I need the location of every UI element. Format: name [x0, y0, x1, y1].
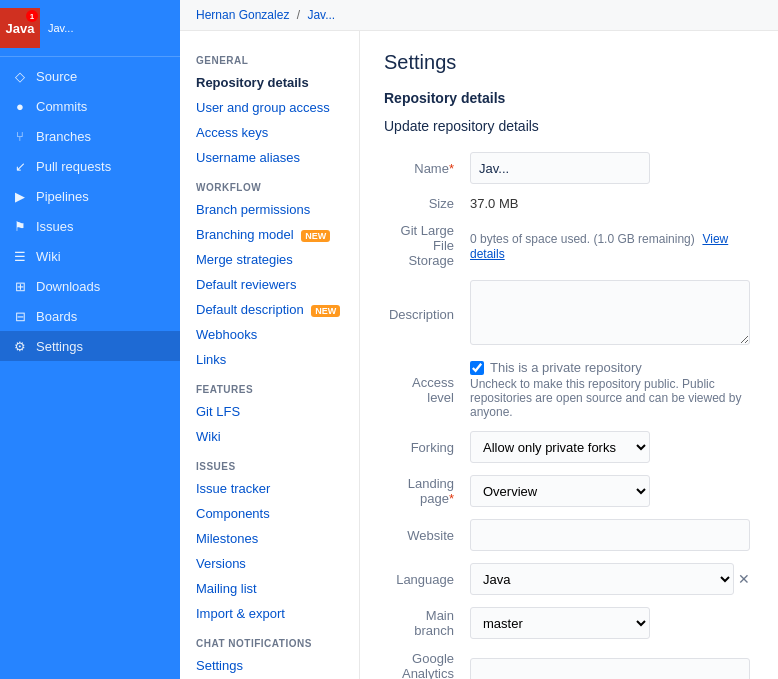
settings-icon: ⚙: [12, 338, 28, 354]
landing-select[interactable]: Overview Source Commits Branches: [470, 475, 650, 507]
section-repo-details-title: Repository details: [384, 90, 754, 106]
analytics-input[interactable]: [470, 658, 750, 680]
sidebar-item-branches[interactable]: ⑂ Branches: [0, 121, 180, 151]
website-label: Website: [407, 528, 454, 543]
branches-icon: ⑂: [12, 128, 28, 144]
nav-chat-settings[interactable]: Settings: [180, 653, 359, 678]
sidebar-item-commits[interactable]: ● Commits: [0, 91, 180, 121]
lfs-row: Git Large File Storage 0 bytes of space …: [384, 217, 754, 274]
size-row: Size 37.0 MB: [384, 190, 754, 217]
access-label: Access level: [412, 375, 454, 405]
nav-links[interactable]: Links: [180, 347, 359, 372]
repo-details-form: Name* Size 37.0 MB Git Large File Storag…: [384, 146, 754, 679]
name-required: *: [449, 161, 454, 176]
sidebar: Java 1 Jav... ◇ Source ● Commits ⑂ Branc…: [0, 0, 180, 679]
sidebar-item-settings[interactable]: ⚙ Settings: [0, 331, 180, 361]
sidebar-item-issues[interactable]: ⚑ Issues: [0, 211, 180, 241]
nav-default-reviewers[interactable]: Default reviewers: [180, 272, 359, 297]
nav-branching-model[interactable]: Branching model NEW: [180, 222, 359, 247]
size-value: 37.0 MB: [470, 196, 518, 211]
sidebar-item-wiki[interactable]: ☰ Wiki: [0, 241, 180, 271]
issues-section-header: ISSUES: [180, 449, 359, 476]
website-row: Website: [384, 513, 754, 557]
downloads-icon: ⊞: [12, 278, 28, 294]
sidebar-item-pipelines[interactable]: ▶ Pipelines: [0, 181, 180, 211]
sidebar-repo-name: Jav...: [40, 22, 81, 34]
analytics-row: Google Analytics key: [384, 645, 754, 679]
nav-repository-details[interactable]: Repository details: [180, 70, 359, 95]
name-input[interactable]: [470, 152, 650, 184]
general-section-header: GENERAL: [180, 43, 359, 70]
forking-select[interactable]: Allow only private forks Allow public fo…: [470, 431, 650, 463]
content-area: GENERAL Repository details User and grou…: [180, 31, 778, 679]
sidebar-item-source[interactable]: ◇ Source: [0, 61, 180, 91]
nav-default-description[interactable]: Default description NEW: [180, 297, 359, 322]
forking-row: Forking Allow only private forks Allow p…: [384, 425, 754, 469]
language-clear-button[interactable]: ✕: [738, 571, 750, 587]
nav-access-keys[interactable]: Access keys: [180, 120, 359, 145]
sidebar-item-label: Pipelines: [36, 189, 89, 204]
main-branch-select[interactable]: master main develop: [470, 607, 650, 639]
nav-wiki[interactable]: Wiki: [180, 424, 359, 449]
sidebar-item-boards[interactable]: ⊟ Boards: [0, 301, 180, 331]
language-select[interactable]: Java Python JavaScript Go: [470, 563, 734, 595]
page-title: Settings: [384, 51, 754, 74]
private-repo-desc: Uncheck to make this repository public. …: [470, 377, 750, 419]
name-row: Name*: [384, 146, 754, 190]
default-desc-badge: NEW: [311, 305, 340, 317]
nav-branch-permissions[interactable]: Branch permissions: [180, 197, 359, 222]
landing-required: *: [449, 491, 454, 506]
nav-user-group-access[interactable]: User and group access: [180, 95, 359, 120]
commits-icon: ●: [12, 98, 28, 114]
breadcrumb: Hernan Gonzalez / Jav...: [180, 0, 778, 31]
private-checkbox-row: This is a private repository: [470, 360, 750, 375]
nav-mailing-list[interactable]: Mailing list: [180, 576, 359, 601]
issues-icon: ⚑: [12, 218, 28, 234]
main-branch-row: Main branch master main develop: [384, 601, 754, 645]
nav-versions[interactable]: Versions: [180, 551, 359, 576]
sidebar-item-label: Source: [36, 69, 77, 84]
nav-webhooks[interactable]: Webhooks: [180, 322, 359, 347]
nav-issue-tracker[interactable]: Issue tracker: [180, 476, 359, 501]
settings-sidebar: GENERAL Repository details User and grou…: [180, 31, 360, 679]
sidebar-item-label: Boards: [36, 309, 77, 324]
description-row: Description: [384, 274, 754, 354]
main-area: Hernan Gonzalez / Jav... GENERAL Reposit…: [180, 0, 778, 679]
access-level-row: Access level This is a private repositor…: [384, 354, 754, 425]
sidebar-item-label: Wiki: [36, 249, 61, 264]
forking-label: Forking: [411, 440, 454, 455]
nav-username-aliases[interactable]: Username aliases: [180, 145, 359, 170]
language-row: Language Java Python JavaScript Go ✕: [384, 557, 754, 601]
language-label: Language: [396, 572, 454, 587]
pull-requests-icon: ↙: [12, 158, 28, 174]
chat-section-header: CHAT NOTIFICATIONS: [180, 626, 359, 653]
sidebar-item-label: Issues: [36, 219, 74, 234]
breadcrumb-separator: /: [297, 8, 300, 22]
sidebar-item-label: Commits: [36, 99, 87, 114]
wiki-icon: ☰: [12, 248, 28, 264]
logo[interactable]: Java 1: [0, 8, 40, 48]
breadcrumb-repo[interactable]: Jav...: [307, 8, 335, 22]
description-label: Description: [389, 307, 454, 322]
private-checkbox[interactable]: [470, 361, 484, 375]
sidebar-item-label: Settings: [36, 339, 83, 354]
landing-label: Landing page*: [408, 476, 454, 506]
lfs-value: 0 bytes of space used. (1.0 GB remaining…: [470, 232, 695, 246]
breadcrumb-user[interactable]: Hernan Gonzalez: [196, 8, 289, 22]
description-input[interactable]: [470, 280, 750, 345]
nav-git-lfs[interactable]: Git LFS: [180, 399, 359, 424]
nav-milestones[interactable]: Milestones: [180, 526, 359, 551]
lfs-label: Git Large File Storage: [401, 223, 454, 268]
sidebar-item-label: Pull requests: [36, 159, 111, 174]
nav-components[interactable]: Components: [180, 501, 359, 526]
branching-model-badge: NEW: [301, 230, 330, 242]
sidebar-header: Java 1 Jav...: [0, 0, 180, 57]
size-label: Size: [429, 196, 454, 211]
sidebar-item-downloads[interactable]: ⊞ Downloads: [0, 271, 180, 301]
website-input[interactable]: [470, 519, 750, 551]
nav-import-export[interactable]: Import & export: [180, 601, 359, 626]
private-checkbox-label[interactable]: This is a private repository: [490, 360, 642, 375]
sidebar-item-pull-requests[interactable]: ↙ Pull requests: [0, 151, 180, 181]
nav-merge-strategies[interactable]: Merge strategies: [180, 247, 359, 272]
analytics-label: Google Analytics key: [402, 651, 454, 679]
